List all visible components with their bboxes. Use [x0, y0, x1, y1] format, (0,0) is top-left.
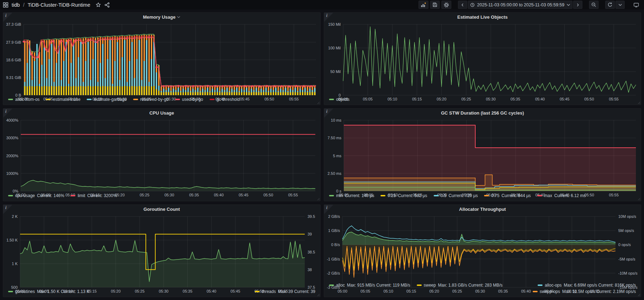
svg-text:27.9 GiB: 27.9 GiB: [6, 40, 21, 44]
legend-series-name: 0.5: [441, 193, 447, 198]
legend-swatch: [46, 99, 51, 100]
time-shift-forward-button[interactable]: [573, 1, 582, 9]
breadcrumb: tidb / TiDB-Cluster-TiDB-Runtime: [3, 2, 110, 8]
legend-item-gc-threshold[interactable]: gc-threshold: [210, 97, 240, 102]
memory-usage-chart[interactable]: 0 B9.31 GiB18.6 GiB27.9 GiB37.3 GiB05:00…: [3, 22, 320, 96]
legend-item-alloc-ops[interactable]: alloc-opsMax: 6.69M ops/s Current: 816K …: [538, 283, 636, 288]
legend-item-swepp-ops[interactable]: swepp-opsMax: 11.5M ops/s Current: 2.19M…: [533, 289, 636, 294]
share-icon[interactable]: [104, 2, 110, 8]
panel-info-icon[interactable]: i: [324, 109, 333, 118]
svg-text:5 ms: 5 ms: [333, 154, 341, 158]
legend-item-goroutines[interactable]: goroutinesMax: 1.50 K Current: 1.13 K: [8, 289, 89, 294]
panel-header-allocator-throughput[interactable]: Allocator Throughput: [324, 205, 641, 214]
panel-info-icon[interactable]: i: [324, 13, 333, 22]
time-picker-group: 2025-11-03 05:00:00 to 2025-11-03 05:59:…: [458, 1, 582, 9]
legend-series-stats: Current: 720 µs: [448, 193, 478, 198]
svg-text:38: 38: [308, 267, 312, 271]
panel-title: CPU Usage: [149, 110, 174, 116]
legend-series-name: reserved-by-go: [140, 97, 169, 102]
legend-item-0.5[interactable]: 0.5Current: 720 µs: [434, 193, 478, 198]
legend-swatch: [484, 195, 489, 196]
panel-header-goroutine-count[interactable]: Goroutine Count: [3, 205, 320, 214]
panel-info-icon[interactable]: i: [324, 205, 333, 214]
refresh-interval-dropdown[interactable]: [615, 1, 625, 9]
legend-series-name: alloc-from-os: [15, 97, 39, 102]
chevron-down-icon: [177, 16, 180, 18]
gc-stw-duration-chart[interactable]: 0 s2.50 ms5 ms7.50 ms10 ms05:0005:0505:1…: [324, 117, 641, 192]
legend-series-stats: Current: 3200%: [87, 193, 117, 198]
legend-swatch: [329, 195, 334, 196]
legend-item-alloc[interactable]: allocMax: 915 MB/s Current: 119 MB/s: [329, 283, 410, 288]
legend-swatch: [133, 99, 138, 100]
time-range-label: 2025-11-03 05:00:00 to 2025-11-03 05:59:…: [477, 2, 564, 7]
legend-series-name: estimate-inuse: [53, 97, 80, 102]
legend-item-estimate-inuse[interactable]: estimate-inuse: [46, 97, 80, 102]
panel-info-icon[interactable]: i: [3, 205, 12, 214]
time-shift-back-button[interactable]: [458, 1, 467, 9]
legend-series-name: min: [336, 193, 343, 198]
legend-swatch: [380, 195, 385, 196]
refresh-button[interactable]: [605, 1, 615, 9]
svg-text:1 GB/s: 1 GB/s: [328, 228, 340, 233]
legend-item-objects[interactable]: objects: [329, 97, 349, 102]
legend-series-name: alloc: [336, 283, 345, 288]
panel-header-cpu-usage[interactable]: CPU Usage: [3, 109, 320, 117]
save-dashboard-button[interactable]: [430, 1, 440, 9]
legend-item-threads[interactable]: threadsMax: 39 Current: 39: [255, 289, 315, 294]
legend-series-name: gc-threshold: [217, 97, 240, 102]
panel-info-icon[interactable]: i: [3, 109, 12, 118]
estimated-live-objects-chart[interactable]: 050 Mil100 Mil150 Mil05:0005:0505:1005:1…: [324, 22, 641, 96]
time-range-picker[interactable]: 2025-11-03 05:00:00 to 2025-11-03 05:59:…: [468, 1, 572, 9]
legend-swatch: [538, 284, 543, 286]
zoom-out-button[interactable]: [589, 1, 599, 9]
breadcrumb-dashboard-title[interactable]: TiDB-Cluster-TiDB-Runtime: [27, 2, 90, 8]
panel-title: Allocator Throughput: [459, 207, 506, 212]
legend-swatch: [175, 99, 180, 100]
legend-item-reserved-by-go[interactable]: reserved-by-go: [133, 97, 169, 102]
panel-header-gc-stw-duration[interactable]: GC STW Duration (last 256 GC cycles): [324, 109, 641, 117]
legend-swatch: [329, 99, 334, 100]
svg-text:0 ops/s: 0 ops/s: [618, 243, 631, 247]
legend-item-max[interactable]: maxCurrent: 6.12 ms: [537, 193, 586, 198]
legend-series-name: swepp-ops: [540, 289, 560, 294]
star-icon[interactable]: [95, 2, 101, 8]
panel-title: Memory Usage: [143, 14, 175, 20]
goroutine-count-chart[interactable]: 5001 K1.50 K2 K37.53838.53939.505:0005:0…: [3, 214, 320, 288]
svg-text:-2 GB/s: -2 GB/s: [327, 271, 340, 275]
legend-item-sweep[interactable]: sweepMax: 1.83 GB/s Current: 283 MB/s: [417, 283, 503, 288]
legend-item-alloc-from-os[interactable]: alloc-from-os: [8, 97, 39, 102]
breadcrumb-folder[interactable]: tidb: [12, 2, 20, 8]
kiosk-tv-button[interactable]: [631, 1, 641, 9]
legend-item-estimate-garbage[interactable]: estimate-garbage: [87, 97, 126, 102]
svg-text:4000%: 4000%: [6, 118, 18, 122]
svg-text:10M ops/s: 10M ops/s: [618, 214, 636, 219]
panel-info-icon[interactable]: i: [3, 13, 12, 22]
legend-item-min[interactable]: minCurrent: 140 µs: [329, 193, 374, 198]
dashboard-grid: i Memory Usage 0 B9.31 GiB18.6 GiB27.9 G…: [0, 10, 644, 300]
legend-item-0.25[interactable]: 0.25Current: 582 µs: [380, 193, 427, 198]
legend-item-0.75[interactable]: 0.75Current: 844 µs: [484, 193, 531, 198]
svg-text:2 GB/s: 2 GB/s: [328, 214, 340, 219]
settings-gear-button[interactable]: [441, 1, 451, 9]
svg-text:39.5: 39.5: [308, 214, 315, 219]
allocator-throughput-chart[interactable]: 2 GB/s1 GB/s0 B/s-1 GB/s-2 GB/s-3 GB/s10…: [324, 214, 641, 282]
legend-series-stats: Current: 844 µs: [502, 193, 531, 198]
legend-item-limit[interactable]: limitCurrent: 3200%: [70, 193, 117, 198]
legend-series-stats: Max: 1.83 GB/s Current: 283 MB/s: [438, 283, 502, 288]
add-panel-button[interactable]: [419, 1, 428, 9]
panel-gc-stw-duration: i GC STW Duration (last 256 GC cycles) 0…: [324, 108, 641, 201]
panel-goroutine-count: i Goroutine Count 5001 K1.50 K2 K37.5383…: [3, 204, 321, 297]
legend-series-name: threads: [262, 289, 276, 294]
legend-item-cpu-usage[interactable]: cpu-usageCurrent: 146%: [8, 193, 64, 198]
panel-header-estimated-live-objects[interactable]: Estimated Live Objects: [324, 13, 641, 22]
svg-text:37.3 GiB: 37.3 GiB: [6, 22, 21, 26]
apps-grid-icon[interactable]: [3, 2, 8, 8]
clock-icon: [470, 2, 475, 7]
cpu-usage-chart[interactable]: 0%1000%2000%3000%4000%05:0005:0505:1005:…: [3, 117, 320, 192]
svg-text:18.6 GiB: 18.6 GiB: [6, 58, 21, 62]
legend-swatch: [417, 284, 422, 286]
legend-series-stats: Max: 39 Current: 39: [278, 289, 315, 294]
panel-header-memory-usage[interactable]: Memory Usage: [3, 13, 320, 22]
goroutine-count-legend: goroutinesMax: 1.50 K Current: 1.13 Kthr…: [3, 288, 320, 297]
legend-item-used-by-go[interactable]: used-by-go: [175, 97, 203, 102]
